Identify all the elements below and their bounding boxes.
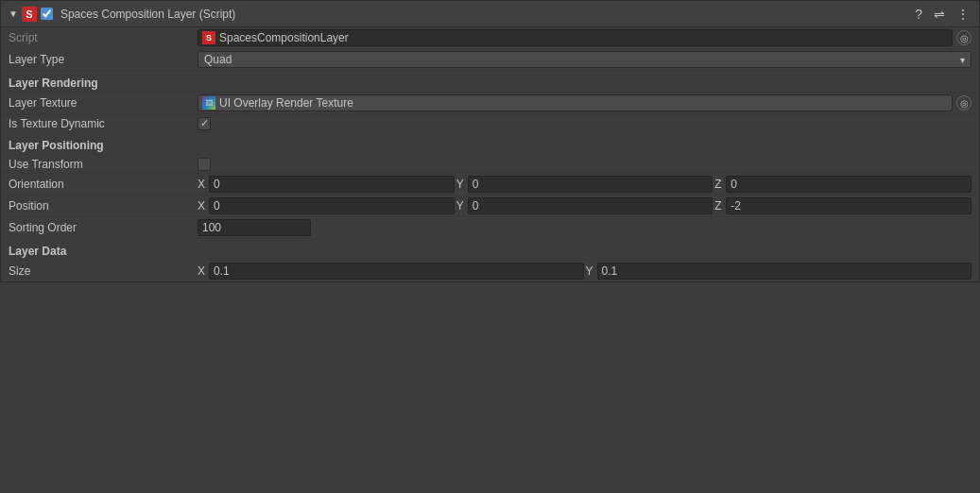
panel-title: Spaces Composition Layer (Script) bbox=[60, 8, 913, 21]
layer-positioning-label: Layer Positioning bbox=[9, 139, 104, 152]
layer-positioning-section-header: Layer Positioning bbox=[1, 133, 979, 155]
position-z-label: Z bbox=[714, 199, 724, 212]
script-value: S SpacesCompositionLayer ◎ bbox=[198, 29, 971, 46]
script-row: Script S SpacesCompositionLayer ◎ bbox=[1, 27, 979, 49]
panel-body: Script S SpacesCompositionLayer ◎ Layer … bbox=[1, 27, 979, 281]
script-select-button[interactable]: ◎ bbox=[956, 30, 971, 45]
orientation-x-label: X bbox=[198, 178, 207, 191]
layer-texture-value: 🖼 UI Overlay Render Texture ◎ bbox=[198, 94, 971, 111]
size-x-input[interactable] bbox=[209, 263, 584, 280]
size-y-label: Y bbox=[586, 264, 595, 278]
size-value: X Y bbox=[198, 263, 971, 280]
orientation-z-input[interactable] bbox=[726, 176, 971, 193]
is-texture-dynamic-label: Is Texture Dynamic bbox=[9, 117, 198, 130]
size-y-input[interactable] bbox=[597, 263, 972, 280]
script-icon: S bbox=[22, 7, 37, 22]
help-button[interactable]: ? bbox=[913, 7, 924, 22]
size-x-item: X bbox=[198, 263, 584, 280]
texture-select-button[interactable]: ◎ bbox=[956, 95, 971, 110]
position-x-item: X bbox=[198, 197, 455, 214]
orientation-x-input[interactable] bbox=[209, 176, 455, 193]
component-enabled-checkbox[interactable] bbox=[41, 8, 53, 20]
layer-type-dropdown[interactable]: Quad ▾ bbox=[198, 51, 971, 68]
sorting-order-input[interactable] bbox=[198, 219, 311, 236]
sorting-order-row: Sorting Order bbox=[1, 217, 979, 239]
panel-header: ▼ S Spaces Composition Layer (Script) ? … bbox=[1, 1, 979, 27]
orientation-value: X Y Z bbox=[198, 176, 971, 193]
layer-data-section-header: Layer Data bbox=[1, 239, 979, 261]
position-z-item: Z bbox=[714, 197, 971, 214]
size-y-item: Y bbox=[586, 263, 972, 280]
position-row: Position X Y Z bbox=[1, 196, 979, 217]
position-x-label: X bbox=[198, 199, 207, 212]
sorting-order-value bbox=[198, 219, 971, 236]
orientation-row: Orientation X Y Z bbox=[1, 174, 979, 196]
collapse-arrow[interactable]: ▼ bbox=[9, 8, 18, 19]
position-y-item: Y bbox=[456, 197, 714, 214]
layer-type-row: Layer Type Quad ▾ bbox=[1, 49, 979, 71]
use-transform-label: Use Transform bbox=[9, 158, 198, 171]
layer-data-label: Layer Data bbox=[9, 245, 66, 258]
orientation-x-item: X bbox=[198, 176, 455, 193]
header-actions: ? ⇌ ⋮ bbox=[913, 7, 971, 22]
sorting-order-label: Sorting Order bbox=[9, 221, 198, 234]
is-texture-dynamic-value bbox=[198, 117, 971, 130]
script-label: Script bbox=[9, 31, 198, 44]
orientation-y-item: Y bbox=[456, 176, 714, 193]
use-transform-value bbox=[198, 158, 971, 171]
layer-texture-row: Layer Texture 🖼 UI Overlay Render Textur… bbox=[1, 93, 979, 114]
size-x-label: X bbox=[198, 264, 207, 278]
layer-rendering-label: Layer Rendering bbox=[9, 76, 98, 90]
texture-file-icon: 🖼 bbox=[202, 96, 215, 110]
inspector-panel: ▼ S Spaces Composition Layer (Script) ? … bbox=[0, 0, 980, 282]
layer-type-value: Quad ▾ bbox=[198, 51, 971, 68]
is-texture-dynamic-checkbox[interactable] bbox=[198, 117, 211, 130]
position-y-input[interactable] bbox=[468, 197, 714, 214]
script-file-icon: S bbox=[202, 31, 215, 44]
dropdown-chevron-icon: ▾ bbox=[960, 55, 965, 65]
layer-type-dropdown-text: Quad bbox=[204, 53, 960, 66]
orientation-y-label: Y bbox=[456, 178, 466, 191]
orientation-z-label: Z bbox=[714, 178, 724, 191]
texture-field[interactable]: 🖼 UI Overlay Render Texture bbox=[198, 94, 953, 111]
orientation-label: Orientation bbox=[9, 178, 198, 191]
more-button[interactable]: ⋮ bbox=[954, 7, 971, 22]
is-texture-dynamic-row: Is Texture Dynamic bbox=[1, 114, 979, 133]
orientation-z-item: Z bbox=[714, 176, 971, 193]
script-file-name: SpacesCompositionLayer bbox=[219, 31, 948, 44]
position-y-label: Y bbox=[456, 199, 466, 212]
script-field[interactable]: S SpacesCompositionLayer bbox=[198, 29, 953, 46]
settings-button[interactable]: ⇌ bbox=[932, 7, 947, 22]
layer-texture-label: Layer Texture bbox=[9, 96, 198, 110]
layer-type-label: Layer Type bbox=[9, 53, 198, 66]
position-x-input[interactable] bbox=[209, 197, 455, 214]
position-z-input[interactable] bbox=[726, 197, 971, 214]
orientation-xyz-group: X Y Z bbox=[198, 176, 971, 193]
use-transform-checkbox[interactable] bbox=[198, 158, 211, 171]
use-transform-row: Use Transform bbox=[1, 155, 979, 174]
layer-rendering-section-header: Layer Rendering bbox=[1, 71, 979, 93]
position-value: X Y Z bbox=[198, 197, 971, 214]
texture-file-name: UI Overlay Render Texture bbox=[219, 96, 948, 110]
position-label: Position bbox=[9, 199, 198, 212]
orientation-y-input[interactable] bbox=[468, 176, 714, 193]
position-xyz-group: X Y Z bbox=[198, 197, 971, 214]
size-label: Size bbox=[9, 264, 198, 278]
size-row: Size X Y bbox=[1, 261, 979, 281]
size-xy-group: X Y bbox=[198, 263, 971, 280]
